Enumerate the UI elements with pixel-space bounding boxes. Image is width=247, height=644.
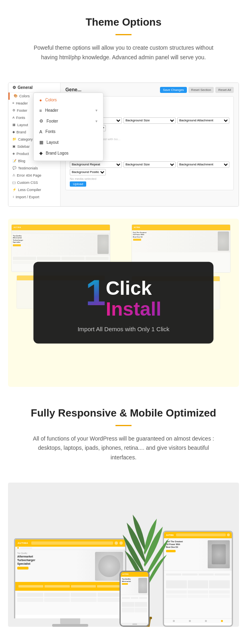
reset-section-button[interactable]: Reset Section bbox=[188, 87, 214, 93]
section3-divider bbox=[115, 425, 132, 426]
no-media-label: No media selected bbox=[70, 177, 229, 181]
dropdown-item-layout[interactable]: ▦ Layout bbox=[34, 137, 103, 148]
save-changes-button[interactable]: Save Changes bbox=[160, 87, 186, 93]
desktop-logo: AUTIMA bbox=[18, 542, 28, 544]
dropdown-item-colors[interactable]: ● Colors bbox=[34, 95, 103, 105]
one-click-number: 1 bbox=[86, 274, 106, 310]
dropdown-item-footer[interactable]: ⚙ Footer ▾ bbox=[34, 116, 103, 127]
upload-button-2[interactable]: Upload bbox=[70, 181, 86, 187]
dropdown-item-fonts[interactable]: A Fonts bbox=[34, 127, 103, 137]
section1-divider bbox=[115, 34, 132, 35]
bg-repeat-select-2[interactable]: Background Repeat bbox=[70, 161, 122, 168]
sidebar-item-import[interactable]: ↕ Import / Export bbox=[8, 193, 60, 201]
layout-icon: ▦ bbox=[39, 140, 43, 145]
header-icon: ≡ bbox=[39, 108, 42, 113]
sidebar-item-less[interactable]: ⚡ Less Compiler bbox=[8, 186, 60, 193]
one-click-overlay: 1 Click Install Import All Demos with On… bbox=[33, 262, 213, 344]
one-click-section: AUTIMA Top QualityAftermarketTurbocharge… bbox=[8, 219, 239, 387]
responsive-section: Fully Responsive & Mobile Optimized All … bbox=[0, 387, 247, 627]
section1-title: Theme Options bbox=[8, 16, 239, 28]
main-title: Gene... bbox=[65, 87, 81, 93]
devices-area: AUTIMA Top Quality AftermarketTurbocharg… bbox=[8, 483, 239, 627]
sidebar-item-error[interactable]: ⚠ Error 404 Page bbox=[8, 172, 60, 179]
brand-logos-icon: ◆ bbox=[39, 151, 43, 156]
theme-options-section: Theme Options Poweful theme options will… bbox=[0, 0, 247, 207]
bg-size-select-2[interactable]: Background Size bbox=[124, 161, 176, 168]
one-click-subtitle: Import All Demos with Only 1 Click bbox=[43, 326, 204, 332]
dropdown-item-brand-logos[interactable]: ◆ Brand Logos bbox=[34, 148, 103, 159]
fonts-icon: A bbox=[39, 129, 42, 134]
device-phone: AUTIMA Top QualityAftermarket bbox=[119, 571, 150, 627]
device-desktop: AUTIMA Top Quality AftermarketTurbocharg… bbox=[14, 538, 126, 627]
one-click-install-text: Install bbox=[106, 299, 162, 320]
sidebar-header-label: General bbox=[18, 85, 32, 90]
footer-icon: ⚙ bbox=[39, 119, 43, 124]
bg-size-select[interactable]: Background Size bbox=[124, 117, 176, 124]
admin-dropdown-popup: ● Colors ≡ Header ▾ ⚙ Footer ▾ A Fonts bbox=[33, 93, 103, 161]
admin-panel-mockup: ⚙ General 🎨 Colors ≡ Header ⚙ Footer A F… bbox=[8, 83, 239, 207]
sidebar-item-testimonials[interactable]: 💬 Testimonials bbox=[8, 165, 60, 172]
bg-position-select-2[interactable]: Background Position bbox=[70, 169, 106, 175]
sidebar-item-css[interactable]: { } Custom CSS bbox=[8, 179, 60, 186]
colors-icon: ● bbox=[39, 98, 42, 103]
section3-title: Fully Responsive & Mobile Optimized bbox=[8, 407, 239, 419]
section1-description: Poweful theme options will allow you to … bbox=[27, 43, 220, 62]
phone-logo: AUTIMA bbox=[122, 573, 129, 575]
device-tablet: AUTIMA Feel The GreatestOil Power WithBe… bbox=[163, 531, 233, 627]
dropdown-item-header[interactable]: ≡ Header ▾ bbox=[34, 105, 103, 116]
bg-attach-select-2[interactable]: Background Attachment bbox=[177, 161, 229, 168]
bg-attach-select[interactable]: Background Attachment bbox=[177, 117, 229, 124]
section3-description: All of functions of your WordPress will … bbox=[27, 434, 220, 463]
reset-all-button[interactable]: Reset All bbox=[215, 87, 234, 93]
one-click-click-text: Click bbox=[106, 278, 152, 299]
